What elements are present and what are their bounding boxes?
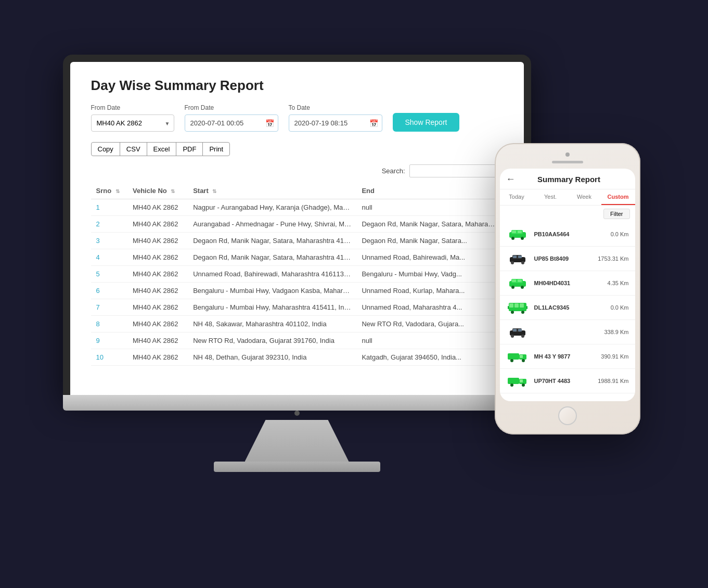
sort-arrows-vehicle[interactable]: ⇅ [171, 188, 175, 194]
cell-vehicle: MH40 AK 2862 [127, 233, 188, 249]
tab-custom[interactable]: Custom [601, 189, 635, 205]
table-row: 1 MH40 AK 2862 Nagpur - Aurangabad Hwy, … [91, 199, 503, 216]
cell-end: Bengaluru - Mumbai Hwy, Vadg... [356, 266, 503, 283]
cell-vehicle: MH40 AK 2862 [127, 316, 188, 333]
search-input[interactable] [409, 164, 503, 177]
to-date-label: To Date [289, 104, 382, 111]
table-row: 2 MH40 AK 2862 Aurangabad - Ahmednagar -… [91, 216, 503, 233]
svg-rect-39 [520, 379, 523, 382]
to-date-wrapper[interactable]: 📅 [289, 114, 382, 132]
phone-home-button[interactable] [558, 406, 577, 425]
tab-today[interactable]: Today [500, 189, 534, 205]
pdf-button[interactable]: PDF [176, 142, 203, 156]
phone-vehicle-item[interactable]: MH 43 Y 9877 390.91 Km [500, 344, 635, 369]
search-label: Search: [382, 167, 405, 175]
cell-start: Aurangabad - Ahmednagar - Pune Hwy, Shiv… [188, 216, 356, 233]
report-table: Srno ⇅ Vehicle No ⇅ Start ⇅ End 1 MH40 A… [91, 183, 503, 366]
cell-vehicle: MH40 AK 2862 [127, 216, 188, 233]
phone-vehicle-item[interactable]: UP85 Bt8409 1753.31 Km [500, 247, 635, 271]
from-calendar-icon[interactable]: 📅 [265, 119, 274, 127]
svg-point-14 [511, 286, 514, 289]
vehicle-plate: UP85 Bt8409 [534, 255, 569, 262]
tab-week[interactable]: Week [568, 189, 601, 205]
sort-arrows-start[interactable]: ⇅ [212, 188, 216, 194]
phone-tabs: Today Yest. Week Custom [500, 189, 635, 206]
table-row: 8 MH40 AK 2862 NH 48, Sakawar, Maharasht… [91, 316, 503, 333]
svg-rect-34 [520, 355, 523, 358]
vehicle-select-wrapper[interactable]: MH40 AK 2862 ▼ [91, 114, 174, 132]
col-end: End [356, 183, 503, 199]
vehicle-icon [506, 226, 529, 242]
svg-rect-21 [520, 303, 524, 308]
cell-end: Unnamed Road, Kurlap, Mahara... [356, 283, 503, 299]
from-date-label-1: From Date [91, 104, 174, 111]
cell-vehicle: MH40 AK 2862 [127, 283, 188, 299]
vehicle-plate: MH04HD4031 [534, 280, 571, 286]
vehicle-distance: 338.9 Km [604, 329, 628, 335]
svg-rect-16 [512, 279, 516, 282]
phone-screen: ← Summary Report Today Yest. Week Custom… [500, 169, 635, 401]
show-report-button[interactable]: Show Report [393, 113, 460, 132]
cell-vehicle: MH40 AK 2862 [127, 266, 188, 283]
vehicle-select[interactable]: MH40 AK 2862 [91, 114, 174, 132]
vehicle-plate: MH 43 Y 9877 [534, 353, 571, 360]
svg-rect-4 [512, 231, 516, 233]
cell-srno: 9 [91, 333, 128, 349]
cell-srno: 3 [91, 233, 128, 249]
filter-button[interactable]: Filter [603, 209, 629, 219]
vehicle-distance: 390.91 Km [601, 353, 628, 360]
vehicle-filter-group: From Date MH40 AK 2862 ▼ [91, 104, 174, 132]
svg-point-29 [521, 335, 524, 338]
svg-point-23 [521, 311, 524, 314]
table-row: 3 MH40 AK 2862 Degaon Rd, Manik Nagar, S… [91, 233, 503, 249]
cell-end: Degaon Rd, Manik Nagar, Satara, Maharash… [356, 216, 503, 233]
table-row: 10 MH40 AK 2862 NH 48, Dethan, Gujarat 3… [91, 349, 503, 366]
phone-speaker [552, 161, 583, 163]
vehicle-distance: 0.0 Km [611, 231, 629, 237]
table-row: 9 MH40 AK 2862 New RTO Rd, Vadodara, Guj… [91, 333, 503, 349]
cell-srno: 2 [91, 216, 128, 233]
copy-button[interactable]: Copy [91, 142, 120, 156]
svg-rect-11 [518, 255, 522, 258]
monitor-dot [294, 411, 300, 416]
table-row: 4 MH40 AK 2862 Degaon Rd, Manik Nagar, S… [91, 249, 503, 266]
svg-point-36 [522, 359, 525, 362]
vehicle-icon [506, 349, 529, 364]
phone-vehicle-item[interactable]: UP70HT 4483 1988.91 Km [500, 369, 635, 393]
cell-end: null [356, 333, 503, 349]
phone-vehicle-item[interactable]: 338.9 Km [500, 320, 635, 344]
vehicle-list: PB10AA5464 0.0 Km UP85 Bt8409 1753.31 Km… [500, 222, 635, 401]
sort-arrows-srno[interactable]: ⇅ [115, 188, 120, 194]
vehicle-icon [506, 251, 529, 266]
phone-device: ← Summary Report Today Yest. Week Custom… [495, 143, 640, 434]
from-date-wrapper[interactable]: 📅 [185, 114, 278, 132]
phone-vehicle-item[interactable]: PB10AA5464 0.0 Km [500, 222, 635, 247]
filter-form: From Date MH40 AK 2862 ▼ From Date [91, 104, 503, 132]
monitor-stand-top [245, 420, 349, 462]
cell-vehicle: MH40 AK 2862 [127, 349, 188, 366]
vehicle-plate: PB10AA5464 [534, 231, 570, 237]
phone-back-button[interactable]: ← [506, 174, 516, 185]
cell-end: Unnamed Road, Bahirewadi, Ma... [356, 249, 503, 266]
from-date-input[interactable] [185, 114, 278, 132]
filter-btn-row: Filter [500, 206, 635, 222]
vehicle-distance: 0.0 Km [611, 304, 629, 311]
cell-srno: 8 [91, 316, 128, 333]
phone-vehicle-item[interactable]: DL1LAC9345 0.0 Km [500, 296, 635, 320]
phone-vehicle-item[interactable]: MH04HD4031 4.35 Km [500, 271, 635, 296]
csv-button[interactable]: CSV [120, 142, 147, 156]
print-button[interactable]: Print [202, 142, 230, 156]
phone-title: Summary Report [520, 175, 619, 184]
vehicle-distance: 1753.31 Km [598, 255, 628, 262]
to-calendar-icon[interactable]: 📅 [369, 119, 378, 127]
svg-rect-5 [518, 231, 522, 233]
svg-rect-30 [513, 329, 517, 331]
excel-button[interactable]: Excel [147, 142, 177, 156]
svg-point-28 [511, 335, 514, 338]
vehicle-distance: 1988.91 Km [598, 378, 628, 384]
to-date-input[interactable] [289, 114, 382, 132]
cell-start: Degaon Rd, Manik Nagar, Satara, Maharash… [188, 233, 356, 249]
vehicle-distance: 4.35 Km [608, 280, 629, 286]
svg-point-22 [511, 311, 514, 314]
tab-yesterday[interactable]: Yest. [534, 189, 568, 205]
